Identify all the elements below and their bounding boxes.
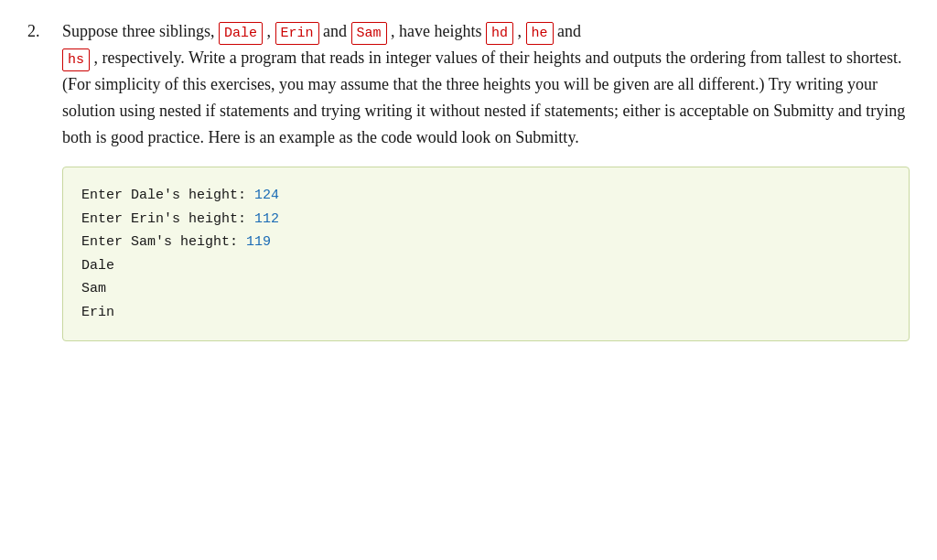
code-value-1: 124 <box>254 188 279 203</box>
code-line-3: Enter Sam's height: 119 <box>81 231 890 254</box>
code-line-1: Enter Dale's height: 124 <box>81 184 890 208</box>
text-comma-2: , <box>518 22 526 40</box>
problem-number: 2. <box>27 18 62 341</box>
var-hs: hs <box>62 48 90 71</box>
code-prefix-3: Enter Sam's height: <box>81 234 246 250</box>
name-erin: Erin <box>275 22 319 45</box>
var-hd: hd <box>486 22 513 45</box>
code-block: Enter Dale's height: 124 Enter Erin's he… <box>62 167 910 341</box>
problem-container: 2. Suppose three siblings, Dale , Erin a… <box>27 18 910 341</box>
text-comma-1: , <box>267 22 275 40</box>
text-and: and <box>323 22 351 40</box>
code-value-3: 119 <box>246 234 271 250</box>
text-intro: Suppose three siblings, <box>62 22 219 40</box>
code-prefix-2: Enter Erin's height: <box>81 211 254 227</box>
text-have-heights: , have heights <box>391 22 486 40</box>
name-dale: Dale <box>219 22 263 45</box>
code-output-sam: Sam <box>81 281 106 296</box>
code-line-4: Dale <box>81 254 890 278</box>
code-output-erin: Erin <box>81 305 114 320</box>
code-value-2: 112 <box>254 211 279 227</box>
var-he: he <box>526 22 554 45</box>
code-line-5: Sam <box>81 277 890 301</box>
code-output-dale: Dale <box>81 258 114 274</box>
text-and-2: and <box>557 22 581 40</box>
text-body: , respectively. Write a program that rea… <box>62 48 905 146</box>
code-line-6: Erin <box>81 301 890 325</box>
code-line-2: Enter Erin's height: 112 <box>81 208 890 232</box>
name-sam: Sam <box>351 22 387 45</box>
problem-content: Suppose three siblings, Dale , Erin and … <box>62 18 910 341</box>
code-prefix-1: Enter Dale's height: <box>81 188 254 203</box>
problem-text: Suppose three siblings, Dale , Erin and … <box>62 18 910 150</box>
